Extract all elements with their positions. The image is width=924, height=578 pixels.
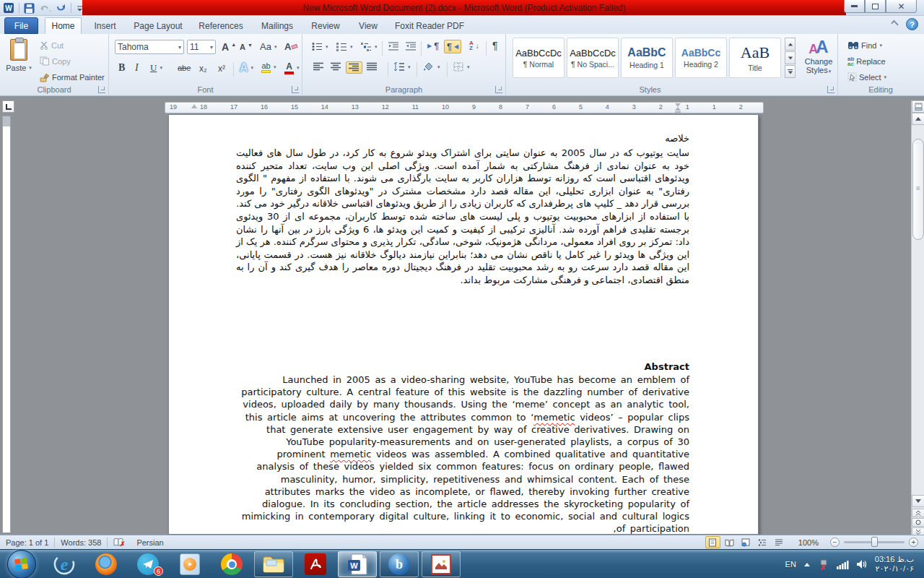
increase-indent-button[interactable] — [404, 41, 419, 52]
language-indicator[interactable]: Persian — [131, 535, 169, 549]
styles-scroll-up[interactable] — [785, 38, 796, 51]
style-title[interactable]: AaB Title — [729, 38, 781, 78]
start-button[interactable] — [4, 551, 39, 577]
network-signal-icon[interactable] — [837, 560, 849, 569]
zoom-in-button[interactable]: + — [909, 538, 918, 547]
taskbar-firefox-button[interactable] — [87, 551, 126, 577]
taskbar-acrobat-button[interactable] — [296, 551, 335, 577]
web-layout-view-button[interactable] — [738, 536, 754, 548]
underline-button[interactable]: U — [148, 61, 165, 74]
format-painter-button[interactable]: Format Painter — [38, 72, 107, 83]
save-button[interactable] — [24, 3, 35, 14]
cut-button[interactable]: Cut — [38, 40, 66, 51]
taskbar-internet-explorer-button[interactable]: e — [45, 551, 84, 577]
superscript-button[interactable]: x² — [216, 63, 227, 74]
styles-more-button[interactable] — [785, 65, 796, 78]
tab-review[interactable]: Review — [304, 17, 347, 34]
numbering-button[interactable] — [334, 41, 355, 52]
right-to-left-direction-button[interactable]: ¶◀ — [444, 40, 461, 53]
taskbar-explorer-button[interactable] — [254, 551, 293, 577]
zoom-out-button[interactable]: − — [830, 538, 840, 547]
align-center-button[interactable] — [328, 61, 344, 72]
taskbar-blue-b-app-button[interactable]: b — [380, 551, 419, 577]
indent-marker-left[interactable] — [191, 104, 197, 108]
print-layout-view-button[interactable] — [705, 536, 720, 548]
previous-page-button[interactable] — [912, 509, 924, 517]
show-hidden-icons-button[interactable] — [803, 561, 811, 567]
redo-button[interactable] — [56, 3, 66, 14]
copy-button[interactable]: Copy — [38, 56, 73, 66]
change-styles-button[interactable]: AA ChangeStyles — [801, 37, 837, 76]
ruler-toggle-button[interactable] — [912, 100, 924, 113]
fullscreen-reading-view-button[interactable] — [722, 536, 737, 548]
language-tray-indicator[interactable]: EN — [785, 560, 796, 569]
styles-scroll-down[interactable] — [785, 51, 796, 64]
strikethrough-button[interactable]: abe — [175, 63, 193, 73]
taskbar-telegram-button[interactable]: 6 — [128, 551, 167, 577]
borders-button[interactable] — [451, 61, 472, 72]
change-case-button[interactable]: Aa — [258, 40, 279, 53]
style-heading-2[interactable]: AaBbCc Heading 2 — [675, 38, 727, 78]
text-effects-button[interactable]: A — [237, 61, 256, 75]
find-button[interactable]: Find — [845, 40, 884, 51]
word-count-indicator[interactable]: Words: 358 — [55, 535, 107, 549]
tab-insert[interactable]: Insert — [86, 17, 124, 34]
taskbar-chrome-button[interactable] — [212, 551, 251, 577]
proofing-status[interactable]: ✗ — [108, 535, 131, 549]
help-icon[interactable]: ? — [906, 18, 918, 30]
decrease-indent-button[interactable] — [386, 41, 401, 52]
page-count-indicator[interactable]: Page: 1 of 1 — [0, 535, 54, 549]
volume-icon[interactable] — [856, 559, 868, 569]
show-formatting-marks-button[interactable]: ¶ — [490, 39, 500, 52]
hardware-device-icon[interactable]: ✗ — [818, 558, 829, 570]
replace-button[interactable]: abac Replace — [845, 56, 888, 67]
align-left-button[interactable] — [311, 61, 326, 72]
document-page[interactable]: خلاصه سایت یوتیوب که در سال 2005 به عنوا… — [168, 114, 759, 535]
undo-button[interactable] — [39, 3, 51, 14]
taskbar-word-button[interactable]: W — [338, 551, 377, 577]
close-button[interactable]: ✕ — [886, 0, 917, 13]
justify-button[interactable] — [365, 61, 380, 72]
taskbar-media-player-button[interactable] — [170, 551, 209, 577]
zoom-level[interactable]: 100% — [793, 535, 824, 549]
font-size-select[interactable]: 11▾ — [187, 40, 216, 54]
tab-page-layout[interactable]: Page Layout — [128, 17, 188, 34]
shrink-font-button[interactable]: A▼ — [237, 42, 255, 52]
paste-button[interactable]: Paste — [4, 36, 34, 85]
styles-dialog-launcher[interactable] — [827, 86, 834, 93]
minimize-button[interactable] — [844, 0, 865, 13]
tab-file[interactable]: File — [4, 17, 38, 34]
outline-view-button[interactable] — [755, 536, 770, 548]
sort-button[interactable]: AZ ↓ — [467, 40, 481, 51]
font-family-select[interactable]: Tahoma▾ — [115, 40, 184, 54]
indent-marker-right[interactable] — [675, 103, 681, 113]
tab-references[interactable]: References — [191, 17, 250, 34]
select-browse-object-button[interactable] — [912, 518, 924, 527]
shading-button[interactable] — [421, 61, 443, 72]
scroll-up-button[interactable] — [912, 113, 924, 125]
tray-clock[interactable]: ب.ظ 03:16 ۲۰۲۰/۱۰/۰۶ — [875, 555, 914, 574]
bold-button[interactable]: B — [116, 61, 127, 74]
scroll-down-button[interactable] — [912, 495, 924, 507]
font-color-button[interactable]: A — [282, 61, 302, 75]
scrollbar-thumb[interactable] — [912, 139, 924, 240]
style-heading-1[interactable]: AaBbC Heading 1 — [621, 38, 673, 78]
highlight-color-button[interactable]: ab — [259, 61, 279, 74]
zoom-slider-track[interactable] — [844, 541, 905, 543]
clear-formatting-button[interactable]: A — [282, 40, 300, 53]
grow-font-button[interactable]: A▲ — [219, 40, 238, 53]
subscript-button[interactable]: x₂ — [197, 63, 209, 74]
draft-view-button[interactable] — [772, 536, 787, 548]
style-normal[interactable]: AaBbCcDc ¶ Normal — [513, 38, 565, 78]
zoom-slider-thumb[interactable] — [871, 537, 878, 547]
restore-button[interactable] — [865, 0, 886, 13]
tab-selector[interactable] — [2, 100, 14, 113]
tab-mailings[interactable]: Mailings — [254, 17, 300, 34]
bullets-button[interactable] — [310, 41, 331, 52]
horizontal-ruler[interactable]: 1918171615141312111098765432112 — [165, 102, 764, 113]
vertical-scrollbar[interactable] — [911, 100, 924, 535]
font-dialog-launcher[interactable] — [292, 86, 299, 93]
vertical-ruler[interactable] — [2, 116, 11, 533]
tab-foxit-reader-pdf[interactable]: Foxit Reader PDF — [389, 17, 470, 34]
left-to-right-direction-button[interactable]: ▶¶ — [425, 40, 441, 52]
